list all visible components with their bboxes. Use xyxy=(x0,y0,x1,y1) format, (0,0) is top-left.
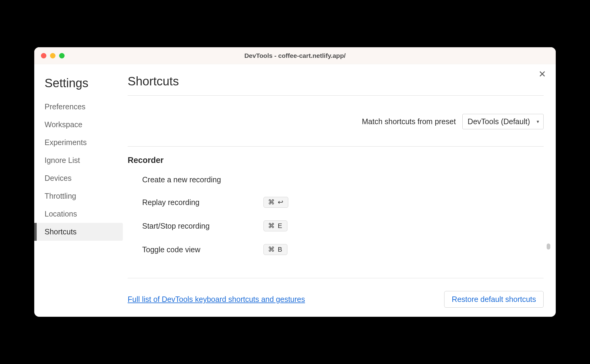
full-shortcuts-link[interactable]: Full list of DevTools keyboard shortcuts… xyxy=(128,295,305,304)
sidebar-item-throttling[interactable]: Throttling xyxy=(45,187,119,205)
traffic-lights xyxy=(41,53,65,58)
shortcut-label: Toggle code view xyxy=(142,245,263,254)
restore-defaults-button[interactable]: Restore default shortcuts xyxy=(444,291,544,308)
shortcut-label: Create a new recording xyxy=(142,175,263,184)
zoom-window-button[interactable] xyxy=(59,53,65,58)
scrollbar-thumb[interactable] xyxy=(547,243,550,250)
close-window-button[interactable] xyxy=(41,53,46,58)
settings-sidebar: Settings Preferences Workspace Experimen… xyxy=(34,71,119,308)
shortcut-row-toggle-code-view: Toggle code view ⌘ B xyxy=(128,244,544,255)
shortcut-row-start-stop-recording: Start/Stop recording ⌘ E xyxy=(128,220,544,231)
preset-label: Match shortcuts from preset xyxy=(362,117,456,126)
titlebar: DevTools - coffee-cart.netlify.app/ xyxy=(34,47,556,64)
window-title: DevTools - coffee-cart.netlify.app/ xyxy=(34,52,556,59)
preset-row: Match shortcuts from preset DevTools (De… xyxy=(128,96,544,146)
sidebar-item-ignore-list[interactable]: Ignore List xyxy=(45,151,119,169)
page-title: Shortcuts xyxy=(128,74,544,96)
preset-select[interactable]: DevTools (Default) ▾ xyxy=(462,114,544,129)
shortcut-keycap[interactable]: ⌘ E xyxy=(263,220,287,231)
shortcut-keycap[interactable]: ⌘ B xyxy=(263,244,287,255)
shortcut-row-replay-recording: Replay recording ⌘ ↩ xyxy=(128,197,544,208)
settings-main: Shortcuts Match shortcuts from preset De… xyxy=(119,71,556,308)
sidebar-item-preferences[interactable]: Preferences xyxy=(45,98,119,116)
close-settings-button[interactable]: ✕ xyxy=(538,70,546,79)
shortcut-row-create-recording: Create a new recording xyxy=(128,175,544,184)
sidebar-item-shortcuts[interactable]: Shortcuts xyxy=(34,223,123,241)
settings-content: ✕ Settings Preferences Workspace Experim… xyxy=(34,64,556,317)
sidebar-item-locations[interactable]: Locations xyxy=(45,205,119,223)
devtools-window: DevTools - coffee-cart.netlify.app/ ✕ Se… xyxy=(34,47,556,317)
preset-value: DevTools (Default) xyxy=(468,117,530,126)
chevron-down-icon: ▾ xyxy=(537,119,539,124)
section-heading-recorder: Recorder xyxy=(128,156,544,165)
sidebar-item-experiments[interactable]: Experiments xyxy=(45,134,119,151)
shortcut-keycap[interactable]: ⌘ ↩ xyxy=(263,197,288,208)
footer-row: Full list of DevTools keyboard shortcuts… xyxy=(128,278,544,308)
shortcuts-panel: Recorder Create a new recording Replay r… xyxy=(128,146,544,278)
minimize-window-button[interactable] xyxy=(50,53,55,58)
shortcut-label: Start/Stop recording xyxy=(142,222,263,230)
shortcut-label: Replay recording xyxy=(142,198,263,207)
sidebar-title: Settings xyxy=(45,76,119,90)
sidebar-item-workspace[interactable]: Workspace xyxy=(45,116,119,134)
sidebar-item-devices[interactable]: Devices xyxy=(45,169,119,187)
